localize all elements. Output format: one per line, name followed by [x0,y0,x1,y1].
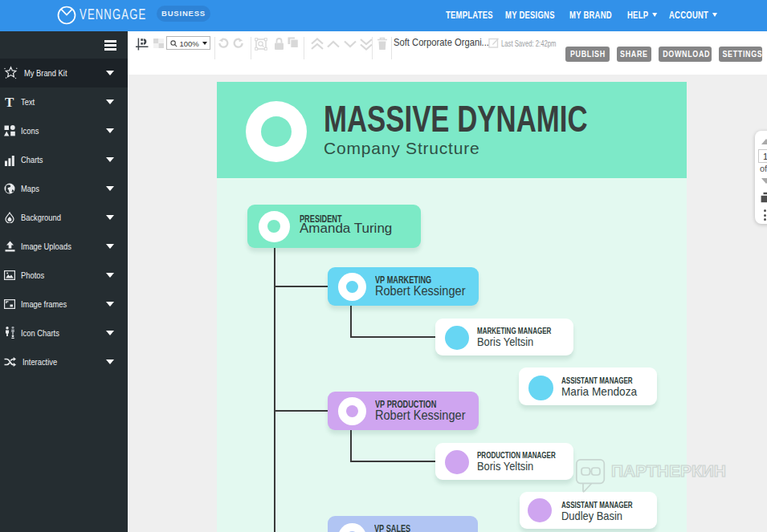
svg-text:ПАРТНЕРКИН: ПАРТНЕРКИН [611,462,726,480]
svg-text:T: T [5,95,14,108]
